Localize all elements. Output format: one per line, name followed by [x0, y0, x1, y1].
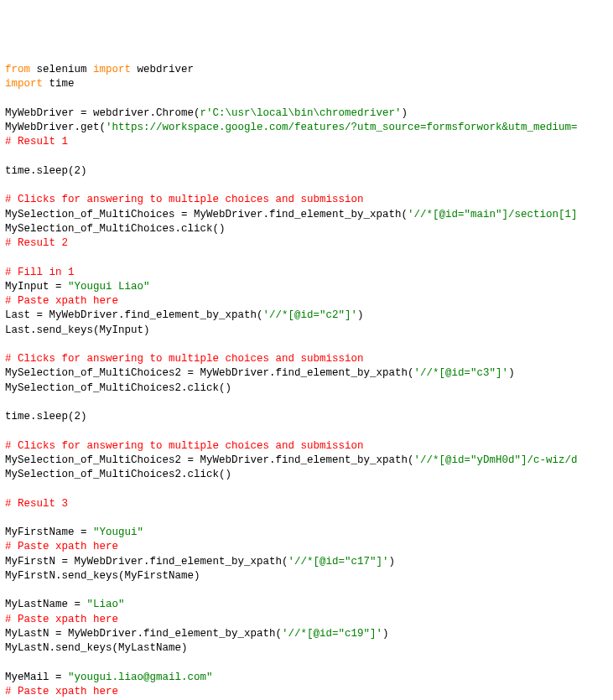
- code-line: Last = MyWebDriver.find_element_by_xpath…: [5, 309, 608, 323]
- code-token: 'https://workspace.google.com/features/?…: [106, 122, 578, 133]
- code-line: MySelection_of_MultiChoices = MyWebDrive…: [5, 208, 608, 222]
- code-token: MyInput =: [5, 281, 68, 293]
- code-token: MyFirstName =: [5, 526, 93, 538]
- code-line: # Result 2: [5, 236, 608, 251]
- code-token: MySelection_of_MultiChoices2.click(): [5, 382, 231, 394]
- code-token: MySelection_of_MultiChoices2 = MyWebDriv…: [5, 367, 414, 379]
- code-line: MyWebDriver = webdriver.Chrome(r'C:\usr\…: [5, 106, 608, 121]
- code-token: MyWebDriver = webdriver.Chrome(: [5, 107, 200, 119]
- code-line: [5, 482, 608, 496]
- code-token: time.sleep(2): [5, 165, 87, 177]
- code-token: MyFirstN.send_keys(MyFirstName): [5, 570, 200, 582]
- code-token: "Yougui": [93, 526, 143, 538]
- code-line: MySelection_of_MultiChoices2.click(): [5, 381, 608, 396]
- code-token: MySelection_of_MultiChoices.click(): [5, 223, 226, 235]
- code-token: MyLastN.send_keys(MyLastName): [5, 642, 188, 654]
- code-line: MyFirstN = MyWebDriver.find_element_by_x…: [5, 555, 608, 569]
- code-line: [5, 179, 608, 193]
- code-line: [5, 251, 608, 265]
- code-token: Last.send_keys(MyInput): [5, 324, 150, 336]
- code-line: MyeMail = "yougui.liao@gmail.com": [5, 671, 608, 685]
- code-token: '//*[@id="c3"]': [414, 367, 509, 379]
- code-line: MyLastN.send_keys(MyLastName): [5, 641, 608, 656]
- code-token: # Paste xpath here: [5, 614, 118, 625]
- code-line: [5, 511, 608, 526]
- code-token: MySelection_of_MultiChoices2 = MyWebDriv…: [5, 454, 414, 466]
- code-token: # Clicks for answering to multiple choic…: [5, 353, 364, 365]
- code-line: # Clicks for answering to multiple choic…: [5, 352, 608, 366]
- code-token: # Result 2: [5, 237, 68, 249]
- code-token: MyFirstN = MyWebDriver.find_element_by_x…: [5, 556, 288, 568]
- code-line: [5, 583, 608, 598]
- code-token: # Result 1: [5, 136, 68, 148]
- code-line: MyFirstN.send_keys(MyFirstName): [5, 569, 608, 583]
- code-line: from selenium import webdriver: [5, 63, 608, 77]
- code-token: '//*[@id="main"]/section[1]: [408, 209, 578, 220]
- code-line: [5, 656, 608, 670]
- code-line: [5, 396, 608, 410]
- code-token: MyLastName =: [5, 599, 87, 610]
- code-token: ): [508, 367, 515, 379]
- code-token: # Result 3: [5, 498, 68, 510]
- code-line: import time: [5, 77, 608, 91]
- code-line: # Paste xpath here: [5, 540, 608, 554]
- code-token: MySelection_of_MultiChoices = MyWebDrive…: [5, 209, 408, 220]
- code-line: # Paste xpath here: [5, 294, 608, 309]
- code-line: MySelection_of_MultiChoices2 = MyWebDriv…: [5, 454, 608, 468]
- code-token: ): [382, 628, 389, 640]
- code-token: ): [357, 309, 364, 321]
- code-line: MyWebDriver.get('https://workspace.googl…: [5, 121, 608, 135]
- code-token: '//*[@id="yDmH0d"]/c-wiz/d: [414, 454, 578, 466]
- code-line: time.sleep(2): [5, 410, 608, 424]
- code-token: ): [389, 556, 396, 568]
- code-line: # Fill in 1: [5, 266, 608, 280]
- code-line: MyLastN = MyWebDriver.find_element_by_xp…: [5, 627, 608, 641]
- code-token: import: [93, 64, 131, 75]
- code-line: Last.send_keys(MyInput): [5, 324, 608, 338]
- code-line: # Clicks for answering to multiple choic…: [5, 439, 608, 454]
- code-line: MyLastName = "Liao": [5, 598, 608, 612]
- code-token: Last = MyWebDriver.find_element_by_xpath…: [5, 309, 263, 321]
- code-line: MyInput = "Yougui Liao": [5, 280, 608, 294]
- code-token: webdriver: [131, 64, 194, 75]
- code-token: MyWebDriver.get(: [5, 122, 106, 133]
- code-line: time.sleep(2): [5, 164, 608, 179]
- code-line: # Paste xpath here: [5, 613, 608, 627]
- code-token: # Fill in 1: [5, 267, 75, 278]
- code-token: '//*[@id="c2"]': [263, 309, 358, 321]
- code-line: MySelection_of_MultiChoices2.click(): [5, 468, 608, 482]
- code-token: "yougui.liao@gmail.com": [68, 671, 213, 683]
- code-token: # Paste xpath here: [5, 686, 118, 697]
- code-line: [5, 338, 608, 352]
- code-line: # Result 1: [5, 135, 608, 149]
- code-token: MyeMail =: [5, 671, 68, 683]
- code-line: [5, 92, 608, 106]
- code-token: import: [5, 78, 43, 90]
- code-token: "Liao": [87, 599, 125, 610]
- code-token: MySelection_of_MultiChoices2.click(): [5, 469, 231, 480]
- code-token: "Yougui Liao": [68, 281, 150, 293]
- code-line: [5, 424, 608, 438]
- code-token: '//*[@id="c19"]': [282, 628, 382, 640]
- code-line: # Clicks for answering to multiple choic…: [5, 193, 608, 207]
- code-token: # Clicks for answering to multiple choic…: [5, 440, 364, 452]
- code-line: MySelection_of_MultiChoices.click(): [5, 222, 608, 236]
- code-line: MySelection_of_MultiChoices2 = MyWebDriv…: [5, 366, 608, 381]
- code-token: # Paste xpath here: [5, 541, 118, 552]
- code-line: [5, 150, 608, 164]
- code-line: # Paste xpath here: [5, 685, 608, 699]
- code-token: ): [402, 107, 408, 119]
- code-line: MyFirstName = "Yougui": [5, 526, 608, 540]
- code-token: time: [43, 78, 75, 90]
- code-block: from selenium import webdriverimport tim…: [5, 63, 608, 700]
- code-token: selenium: [30, 64, 93, 75]
- code-token: from: [5, 64, 30, 75]
- code-token: # Clicks for answering to multiple choic…: [5, 194, 364, 205]
- code-token: r'C:\usr\local\bin\chromedriver': [200, 107, 402, 119]
- code-token: # Paste xpath here: [5, 295, 118, 307]
- code-line: # Result 3: [5, 497, 608, 511]
- code-token: MyLastN = MyWebDriver.find_element_by_xp…: [5, 628, 282, 640]
- code-token: '//*[@id="c17"]': [288, 556, 389, 568]
- code-token: time.sleep(2): [5, 411, 87, 423]
